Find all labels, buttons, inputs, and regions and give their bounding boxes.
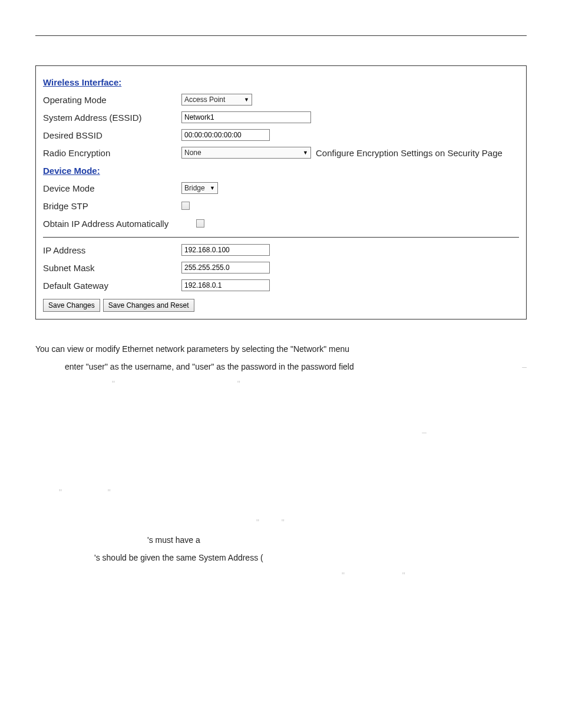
device-mode-select[interactable]: Bridge ▼	[181, 182, 218, 194]
network-config-panel: Wireless Interface: Operating Mode Acces…	[35, 65, 527, 319]
dhcp-checkbox[interactable]	[196, 219, 204, 228]
essid-label: System Address (ESSID)	[43, 113, 181, 123]
chevron-down-icon: ▼	[303, 150, 308, 156]
row-gateway: Default Gateway	[43, 278, 519, 293]
essid-input[interactable]	[181, 111, 311, 123]
device-mode-label: Device Mode	[43, 183, 181, 193]
row-operating-mode: Operating Mode Access Point ▼	[43, 92, 519, 107]
chevron-down-icon: ▼	[244, 97, 249, 103]
row-bridge-stp: Bridge STP	[43, 198, 519, 213]
bssid-label: Desired BSSID	[43, 130, 181, 140]
doc-p3: 's must have a	[35, 534, 527, 547]
ip-address-label: IP Address	[43, 245, 181, 255]
ip-divider	[43, 237, 519, 238]
encryption-select[interactable]: None ▼	[181, 147, 311, 159]
bridge-stp-label: Bridge STP	[43, 201, 181, 211]
doc-qm-1a: "	[112, 379, 115, 388]
row-ip-address: IP Address	[43, 242, 519, 258]
save-button[interactable]: Save Changes	[43, 299, 100, 312]
row-dhcp: Obtain IP Address Automatically	[43, 216, 519, 231]
operating-mode-value: Access Point	[184, 95, 225, 104]
encryption-label: Radio Encryption	[43, 148, 181, 158]
ip-address-input[interactable]	[181, 244, 270, 256]
doc-p4: 's should be given the same System Addre…	[35, 552, 527, 565]
doc-qm-2b: "	[108, 487, 111, 497]
button-row: Save Changes Save Changes and Reset	[43, 299, 519, 312]
subnet-label: Subnet Mask	[43, 263, 181, 273]
encryption-settings-link[interactable]: Configure Encryption Settings on Securit…	[316, 148, 503, 158]
device-mode-value: Bridge	[184, 184, 205, 192]
doc-qm-4a: "	[342, 571, 345, 580]
row-encryption: Radio Encryption None ▼ Configure Encryp…	[43, 145, 519, 160]
section-wireless-title: Wireless Interface:	[43, 77, 121, 87]
gateway-label: Default Gateway	[43, 281, 181, 291]
doc-qm-3b: "	[282, 518, 285, 527]
doc-p2: enter "user" as the username, and "user"…	[65, 361, 354, 374]
doc-qm-4b: "	[402, 571, 405, 580]
doc-dash1: –	[522, 361, 527, 374]
row-device-mode: Device Mode Bridge ▼	[43, 180, 519, 196]
top-divider	[35, 35, 527, 36]
row-essid: System Address (ESSID)	[43, 110, 519, 125]
bssid-input[interactable]	[181, 129, 270, 141]
operating-mode-label: Operating Mode	[43, 95, 181, 105]
doc-p1: You can view or modify Ethernet network …	[35, 343, 527, 356]
subnet-input[interactable]	[181, 262, 270, 274]
document-body: You can view or modify Ethernet network …	[35, 343, 527, 582]
dhcp-label: Obtain IP Address Automatically	[43, 219, 196, 229]
doc-qm-1b: "	[237, 379, 240, 388]
doc-qm-2a: "	[59, 487, 62, 497]
section-device-title: Device Mode:	[43, 166, 100, 176]
row-subnet: Subnet Mask	[43, 260, 519, 275]
gateway-input[interactable]	[181, 279, 270, 291]
encryption-value: None	[184, 149, 201, 157]
chevron-down-icon: ▼	[210, 185, 215, 191]
doc-dash2: –	[422, 427, 427, 437]
doc-qm-3a: "	[256, 518, 259, 527]
save-reset-button[interactable]: Save Changes and Reset	[103, 299, 194, 312]
bridge-stp-checkbox[interactable]	[181, 202, 190, 210]
operating-mode-select[interactable]: Access Point ▼	[181, 94, 252, 106]
row-bssid: Desired BSSID	[43, 127, 519, 143]
